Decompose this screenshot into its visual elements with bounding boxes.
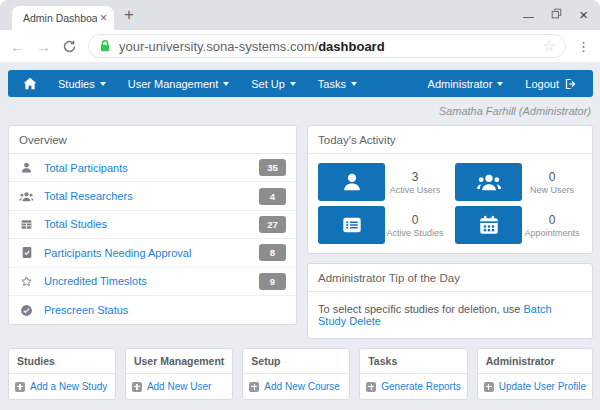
activity-item-active-studies: 0 Active Studies (318, 206, 445, 244)
users-icon (19, 190, 34, 203)
appointments-tile[interactable] (455, 206, 522, 244)
count-badge: 9 (259, 273, 286, 290)
update-user-profile-link[interactable]: Update User Profile (478, 374, 592, 399)
table-icon (19, 218, 34, 231)
shortcut-title: Administrator (478, 349, 592, 374)
overview-link[interactable]: Total Participants (44, 162, 249, 174)
reload-icon[interactable] (62, 39, 77, 54)
page-content: Studies User Management Set Up Tasks Adm… (0, 62, 600, 410)
generate-reports-link[interactable]: Generate Reports (360, 374, 467, 399)
nav-logout[interactable]: Logout (514, 70, 588, 97)
home-button[interactable] (13, 70, 47, 97)
shortcut-title: Tasks (360, 349, 467, 374)
count-badge: 27 (259, 216, 286, 233)
forward-icon[interactable]: → (36, 39, 51, 54)
plus-square-icon (366, 382, 376, 392)
restore-icon[interactable] (551, 5, 562, 23)
right-column: Today's Activity 3 Active Users (307, 125, 593, 339)
tip-title: Administrator Tip of the Day (308, 264, 592, 292)
overview-link[interactable]: Prescreen Status (44, 304, 286, 316)
shortcut-title: Studies (9, 349, 115, 374)
overview-link[interactable]: Total Studies (44, 218, 249, 230)
url-text: your-university.sona-systems.com/dashboa… (119, 39, 385, 54)
nav-tasks[interactable]: Tasks (307, 70, 368, 97)
overview-row-total-researchers[interactable]: Total Researchers 4 (9, 182, 296, 210)
lock-icon[interactable] (99, 39, 111, 53)
shortcut-setup: Setup Add New Course (242, 348, 350, 400)
overview-row-total-participants[interactable]: Total Participants 35 (9, 154, 296, 182)
bookmark-star-icon[interactable]: ☆ (542, 38, 556, 54)
star-icon (19, 275, 34, 288)
logged-in-user: Samatha Farhill (Administrator) (8, 105, 591, 117)
shortcut-tasks: Tasks Generate Reports (359, 348, 468, 400)
tip-text: To select specific studies for deletion,… (308, 292, 592, 338)
activity-item-active-users: 3 Active Users (318, 163, 445, 201)
dashboard-grid: Overview Total Participants 35 Total Res… (8, 125, 593, 339)
calendar-icon (478, 214, 500, 236)
active-users-tile[interactable] (318, 163, 385, 201)
plus-square-icon (484, 382, 494, 392)
shortcut-studies: Studies Add a New Study (8, 348, 116, 400)
main-navbar: Studies User Management Set Up Tasks Adm… (8, 70, 593, 97)
overview-title: Overview (9, 126, 296, 154)
stat-value: 0 (522, 170, 582, 184)
browser-menu-icon[interactable]: ⋮ (577, 40, 590, 53)
nav-user-management[interactable]: User Management (117, 70, 241, 97)
stat-value: 0 (522, 213, 582, 227)
chevron-down-icon (351, 82, 357, 86)
tab-title: Admin Dashboard (23, 12, 97, 24)
nav-set-up[interactable]: Set Up (240, 70, 307, 97)
new-tab-icon[interactable]: + (124, 5, 134, 25)
overview-link[interactable]: Participants Needing Approval (44, 247, 249, 259)
stat-label: Appointments (522, 228, 582, 238)
overview-row-total-studies[interactable]: Total Studies 27 (9, 211, 296, 239)
nav-administrator[interactable]: Administrator (417, 70, 515, 97)
back-icon[interactable]: ← (10, 39, 25, 54)
active-studies-tile[interactable] (318, 206, 385, 244)
shortcuts-row: Studies Add a New Study User Management … (8, 348, 593, 400)
tab-strip: Admin Dashboard × + × (0, 0, 600, 30)
add-new-user-link[interactable]: Add New User (126, 374, 232, 399)
count-badge: 8 (259, 244, 286, 261)
plus-square-icon (249, 382, 259, 392)
logout-icon (564, 78, 577, 90)
stat-label: New Users (522, 185, 582, 195)
clipboard-check-icon (19, 246, 34, 259)
nav-studies[interactable]: Studies (47, 70, 117, 97)
window-controls: × (523, 6, 588, 22)
browser-toolbar: ← → your-university.sona-systems.com/das… (0, 30, 600, 62)
close-icon[interactable]: × (579, 7, 588, 22)
overview-row-prescreen-status[interactable]: Prescreen Status (9, 296, 296, 324)
activity-title: Today's Activity (308, 126, 592, 154)
new-users-tile[interactable] (455, 163, 522, 201)
list-icon (341, 214, 363, 236)
stat-label: Active Users (385, 185, 445, 195)
tip-panel: Administrator Tip of the Day To select s… (307, 263, 593, 339)
count-badge: 35 (259, 159, 286, 176)
add-new-course-link[interactable]: Add New Course (243, 374, 349, 399)
user-icon (341, 171, 363, 193)
minimize-icon[interactable] (523, 17, 534, 18)
activity-item-appointments: 0 Appointments (455, 206, 582, 244)
overview-row-participants-needing-approval[interactable]: Participants Needing Approval 8 (9, 239, 296, 267)
overview-link[interactable]: Total Researchers (44, 190, 249, 202)
tab-close-icon[interactable]: × (100, 12, 107, 24)
stat-value: 3 (385, 170, 445, 184)
add-new-study-link[interactable]: Add a New Study (9, 374, 115, 399)
overview-row-uncredited-timeslots[interactable]: Uncredited Timeslots 9 (9, 268, 296, 296)
browser-tab[interactable]: Admin Dashboard × (12, 6, 114, 30)
home-icon (23, 77, 37, 90)
count-badge: 4 (259, 188, 286, 205)
shortcut-title: Setup (243, 349, 349, 374)
users-icon (476, 171, 502, 193)
shortcut-administrator: Administrator Update User Profile (477, 348, 593, 400)
plus-square-icon (15, 382, 25, 392)
chevron-down-icon (100, 82, 106, 86)
address-bar[interactable]: your-university.sona-systems.com/dashboa… (88, 34, 566, 58)
activity-item-new-users: 0 New Users (455, 163, 582, 201)
overview-link[interactable]: Uncredited Timeslots (44, 275, 249, 287)
plus-square-icon (132, 382, 142, 392)
stat-label: Active Studies (385, 228, 445, 238)
chevron-down-icon (290, 82, 296, 86)
check-circle-icon (19, 304, 34, 317)
